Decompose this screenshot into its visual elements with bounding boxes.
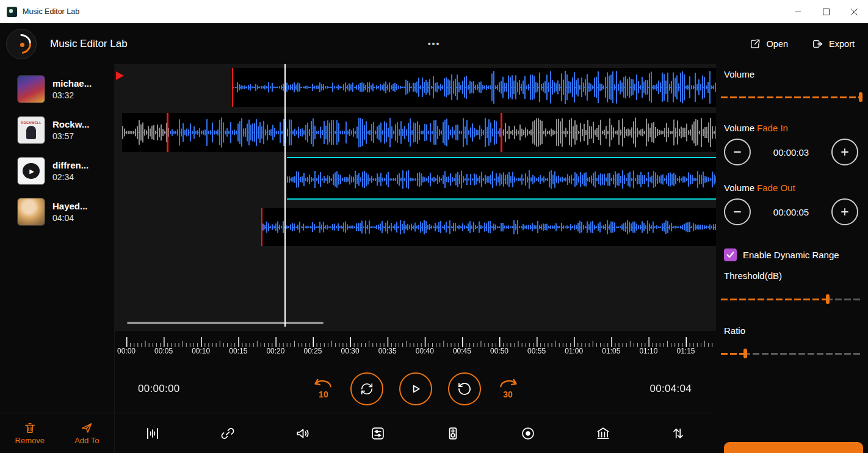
remove-button[interactable]: Remove: [15, 421, 45, 445]
volume-slider-handle[interactable]: [859, 92, 863, 102]
ruler-label: 00:00: [117, 347, 136, 355]
playhead[interactable]: [284, 64, 286, 327]
sort-tracks-tool-button[interactable]: [664, 419, 692, 448]
fade-out-decrease-button[interactable]: [724, 198, 751, 225]
check-icon: [726, 252, 734, 258]
open-button[interactable]: Open: [749, 38, 788, 50]
dynamic-range-checkbox[interactable]: [724, 248, 737, 261]
close-button[interactable]: [840, 0, 868, 23]
skip-forward-30-icon: 30: [497, 378, 520, 400]
app-logo: [6, 29, 37, 59]
maximize-icon: [823, 9, 830, 15]
open-icon: [749, 38, 761, 50]
ruler-label: 00:35: [378, 347, 397, 355]
fade-in-value: 00:00:03: [773, 147, 809, 158]
ruler-label: 00:15: [229, 347, 247, 355]
ruler-label: 00:05: [154, 347, 173, 355]
export-button[interactable]: Export: [811, 38, 855, 50]
library-item[interactable]: diffren...02:34: [0, 151, 114, 192]
audio-clip-track-4[interactable]: [261, 208, 716, 246]
record-tool-button[interactable]: [514, 419, 542, 448]
dynamic-range-toggle[interactable]: Enable Dynamic Range: [724, 248, 839, 261]
amplifier-tool-button[interactable]: [439, 419, 467, 448]
plus-icon: [839, 147, 850, 158]
fade-out-label: VolumeFade Out: [724, 183, 795, 193]
trim-icon: [145, 426, 161, 441]
album-art: [17, 75, 45, 103]
app-window: Music Editor Lab Music Editor Lab ••• Op…: [0, 0, 868, 453]
ruler-label: 00:20: [266, 347, 284, 355]
link-tool-button[interactable]: [214, 419, 242, 448]
audio-clip-track-1[interactable]: [232, 68, 716, 107]
properties-panel: Volume VolumeFade In 00:00:03 VolumeFade: [716, 64, 868, 453]
sort-icon: [670, 426, 686, 441]
fade-in-decrease-button[interactable]: [724, 139, 751, 165]
threshold-slider[interactable]: [721, 294, 863, 305]
ruler-labels: 00:0000:0500:1000:1500:2000:2500:3000:35…: [115, 331, 716, 365]
fade-out-increase-button[interactable]: [831, 198, 858, 225]
ruler-label: 00:40: [416, 347, 434, 355]
play-button[interactable]: [399, 372, 432, 405]
loop-button[interactable]: [350, 372, 383, 405]
library-list: michae...03:32Rockw...03:57diffren...02:…: [0, 64, 114, 233]
threshold-slider-fill: [721, 299, 826, 300]
window-title: Music Editor Lab: [23, 7, 79, 16]
volume-slider-fill: [721, 96, 863, 98]
timeline-start-marker[interactable]: [116, 71, 124, 80]
apply-button[interactable]: [724, 442, 863, 453]
ruler-label: 01:05: [602, 347, 620, 355]
ruler-label: 01:00: [565, 347, 583, 355]
titlebar: Music Editor Lab: [0, 0, 868, 23]
more-options-button[interactable]: •••: [428, 39, 441, 49]
skip-back-10-button[interactable]: 10: [311, 378, 335, 400]
skip-forward-30-button[interactable]: 30: [497, 378, 520, 400]
ratio-slider-track: [743, 353, 863, 355]
restart-button[interactable]: [448, 372, 481, 405]
album-art: [17, 116, 45, 144]
fade-in-increase-button[interactable]: [831, 139, 858, 165]
waveform-track-4: [262, 208, 716, 246]
timeline[interactable]: [115, 64, 716, 331]
loop-icon: [360, 382, 374, 396]
time-ruler[interactable]: 00:0000:0500:1000:1500:2000:2500:3000:35…: [115, 331, 716, 365]
svg-text:10: 10: [319, 390, 328, 399]
ruler-label: 00:45: [453, 347, 471, 355]
threshold-label: Threshold(dB): [724, 270, 782, 281]
horizontal-scrollbar[interactable]: [127, 322, 324, 324]
transport-bar: 00:00:00 10: [115, 365, 716, 413]
trim-tool-button[interactable]: [139, 419, 167, 448]
library-item[interactable]: Rockw...03:57: [0, 110, 114, 151]
sidebar-actions: Remove Add To: [0, 413, 114, 453]
app-header: Music Editor Lab ••• Open Export: [0, 23, 868, 64]
audio-clip-track-3[interactable]: [287, 157, 716, 200]
svg-text:30: 30: [503, 390, 513, 399]
track-title: Rockw...: [52, 119, 89, 129]
plus-icon: [839, 206, 850, 217]
library-item[interactable]: Hayed...04:04: [0, 192, 114, 233]
ruler-label: 00:25: [303, 347, 322, 355]
ruler-label: 01:15: [676, 347, 695, 355]
volume-slider[interactable]: [721, 92, 863, 103]
waveform-track-2: [122, 113, 716, 152]
maximize-button[interactable]: [812, 0, 840, 23]
library-item[interactable]: michae...03:32: [0, 69, 114, 110]
hall-tool-button[interactable]: [589, 419, 617, 448]
minimize-button[interactable]: [784, 0, 812, 23]
track-title: diffren...: [52, 160, 89, 170]
play-icon: [408, 381, 424, 397]
ratio-slider[interactable]: [721, 348, 863, 359]
restart-icon: [457, 382, 472, 396]
track-title: michae...: [52, 78, 92, 89]
equalizer-tool-button[interactable]: [364, 419, 392, 448]
volume-tool-button[interactable]: [289, 419, 317, 448]
audio-clip-track-2[interactable]: [122, 113, 716, 152]
selection-marker-end[interactable]: [501, 113, 502, 152]
app-title: Music Editor Lab: [50, 38, 128, 50]
ratio-slider-handle[interactable]: [743, 349, 747, 358]
add-to-button[interactable]: Add To: [74, 421, 99, 445]
threshold-slider-handle[interactable]: [826, 294, 830, 304]
minus-icon: [732, 147, 743, 158]
amplifier-icon: [445, 426, 461, 441]
selection-marker-start[interactable]: [167, 113, 168, 152]
total-time: 00:04:04: [649, 383, 692, 395]
